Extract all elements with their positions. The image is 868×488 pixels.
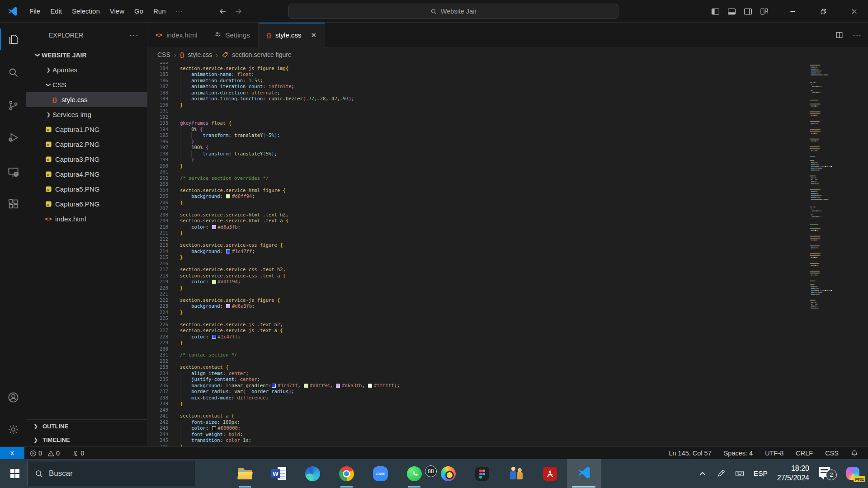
taskbar-vscode-icon[interactable]: [567, 459, 601, 488]
taskbar-edge-icon[interactable]: [296, 459, 330, 488]
code-line: 197100% {: [147, 145, 868, 151]
search-input[interactable]: [49, 469, 166, 478]
editor-more-actions-icon[interactable]: ···: [853, 31, 862, 40]
line-number: 215: [147, 254, 168, 261]
taskbar-photo-app-icon[interactable]: [431, 459, 465, 488]
line-number: 220: [147, 285, 168, 291]
touch-keyboard-icon[interactable]: [735, 469, 744, 478]
copilot-button[interactable]: PRE: [846, 467, 862, 480]
file-tree: ❯ WEBSITE JAIR❯Apuntes❯CSS{}style.css❯Se…: [26, 47, 147, 226]
taskbar-word-icon[interactable]: W: [262, 459, 296, 488]
timeline-panel[interactable]: ❯ TIMELINE: [26, 433, 147, 446]
activity-search-icon[interactable]: [0, 61, 26, 84]
breadcrumb-file[interactable]: style.css: [188, 51, 212, 58]
toggle-panel-icon[interactable]: [723, 3, 740, 19]
notifications-bell-icon[interactable]: [851, 450, 858, 457]
taskbar-search[interactable]: [27, 461, 195, 486]
taskbar-chrome-icon[interactable]: [330, 459, 363, 488]
menu-file[interactable]: File: [24, 5, 45, 18]
tree-item-services-img[interactable]: ❯Services img: [26, 107, 147, 122]
taskbar-characters-app-icon[interactable]: [499, 459, 533, 488]
close-tab-icon[interactable]: ✕: [311, 31, 316, 39]
line-number: 205: [147, 193, 168, 200]
account-icon[interactable]: [0, 385, 26, 409]
indentation[interactable]: Spaces: 4: [724, 450, 753, 457]
activity-extensions-icon[interactable]: [0, 192, 26, 216]
toggle-secondary-sidebar-icon[interactable]: [740, 3, 756, 19]
tree-item-captura1-png[interactable]: Captura1.PNG: [26, 122, 147, 137]
menu-···[interactable]: ···: [171, 5, 188, 18]
remote-indicator[interactable]: [0, 447, 24, 460]
back-arrow-icon[interactable]: [218, 7, 227, 16]
tree-item-captura2-png[interactable]: Captura2.PNG: [26, 137, 147, 152]
pen-icon[interactable]: [717, 469, 726, 478]
command-center-label: Website Jair: [441, 8, 477, 15]
taskbar-acrobat-icon[interactable]: [533, 459, 567, 488]
close-button[interactable]: [844, 0, 864, 23]
code-editor[interactable]: 183184section.service.service-js figure …: [147, 62, 868, 446]
taskbar-zoom-app-icon[interactable]: zoom: [363, 459, 397, 488]
minimize-button[interactable]: [782, 0, 803, 23]
tree-item-style-css[interactable]: {}style.css: [26, 92, 147, 107]
menu-edit[interactable]: Edit: [45, 5, 67, 18]
tree-item-css[interactable]: ❯CSS: [26, 77, 147, 92]
tab-settings[interactable]: Settings: [206, 23, 259, 47]
language-mode[interactable]: CSS: [825, 450, 839, 457]
error-count: 0: [38, 450, 42, 457]
tab-style-css[interactable]: {}style.css✕: [259, 23, 325, 47]
problems-status[interactable]: 0 0: [30, 450, 60, 457]
minimap[interactable]: [808, 62, 832, 446]
line-number: 185: [147, 71, 168, 78]
tree-root-folder[interactable]: ❯ WEBSITE JAIR: [26, 47, 147, 62]
toggle-sidebar-icon[interactable]: [707, 3, 723, 19]
warning-icon: [47, 450, 54, 457]
cursor-position[interactable]: Ln 145, Col 57: [669, 450, 711, 457]
clock[interactable]: 18:20 27/5/2024: [777, 464, 809, 483]
taskbar-figma-icon[interactable]: [465, 459, 499, 488]
tree-item-captura6-png[interactable]: Captura6.PNG: [26, 197, 147, 211]
taskbar-whatsapp-icon[interactable]: 88: [397, 459, 431, 488]
outline-panel[interactable]: ❯ OUTLINE: [26, 419, 147, 433]
activity-remote-explorer-icon[interactable]: [0, 160, 26, 183]
explorer-more-actions-icon[interactable]: ···: [129, 30, 139, 40]
menu-bar: FileEditSelectionViewGoRun···: [24, 5, 188, 18]
settings-gear-icon[interactable]: [0, 418, 26, 441]
tree-item-captura5-png[interactable]: Captura5.PNG: [26, 182, 147, 197]
notification-center[interactable]: 2: [819, 466, 837, 481]
windows-taskbar: Wzoom88 ESP 18:20 27/5/2024 2 PRE: [0, 459, 868, 488]
command-center-search[interactable]: Website Jair: [288, 4, 618, 19]
breadcrumb-folder[interactable]: CSS: [157, 51, 170, 58]
tree-item-index-html[interactable]: <>index.html: [26, 211, 147, 226]
eol-sequence[interactable]: CRLF: [796, 450, 813, 457]
activity-run-debug-icon[interactable]: [0, 126, 26, 149]
code-line: 235justify-content: center;: [147, 376, 868, 383]
line-number: 210: [147, 224, 168, 230]
tree-item-captura3-png[interactable]: Captura3.PNG: [26, 152, 147, 167]
tree-item-label: Captura2.PNG: [55, 141, 99, 148]
tab-index-html[interactable]: <>index.html: [147, 23, 206, 47]
code-line: 234align-items: center;: [147, 371, 868, 377]
restore-button[interactable]: [813, 0, 834, 23]
start-button[interactable]: [5, 459, 25, 488]
taskbar-file-explorer-icon[interactable]: [228, 459, 262, 488]
forward-arrow-icon[interactable]: [234, 7, 243, 16]
tree-item-captura4-png[interactable]: Captura4.PNG: [26, 167, 147, 182]
keyboard-language[interactable]: ESP: [754, 469, 768, 478]
menu-run[interactable]: Run: [148, 5, 171, 18]
ports-status[interactable]: 0: [72, 450, 84, 457]
activity-source-control-icon[interactable]: [0, 94, 26, 117]
customize-layout-icon[interactable]: [756, 3, 772, 19]
color-swatch: [368, 384, 372, 388]
hidden-icons-chevron-icon[interactable]: [698, 469, 707, 478]
tree-item-apuntes[interactable]: ❯Apuntes: [26, 62, 147, 77]
split-editor-icon[interactable]: [835, 31, 844, 39]
menu-selection[interactable]: Selection: [67, 5, 105, 18]
menu-view[interactable]: View: [105, 5, 129, 18]
breadcrumb-symbol[interactable]: section.service figure: [232, 51, 292, 58]
activity-files-icon[interactable]: [0, 28, 26, 51]
menu-go[interactable]: Go: [129, 5, 148, 18]
code-line: 218section.service.service-css .text a {: [147, 273, 868, 279]
line-number: 224: [147, 310, 168, 316]
encoding[interactable]: UTF-8: [765, 450, 783, 457]
code-line: 230: [147, 346, 868, 352]
